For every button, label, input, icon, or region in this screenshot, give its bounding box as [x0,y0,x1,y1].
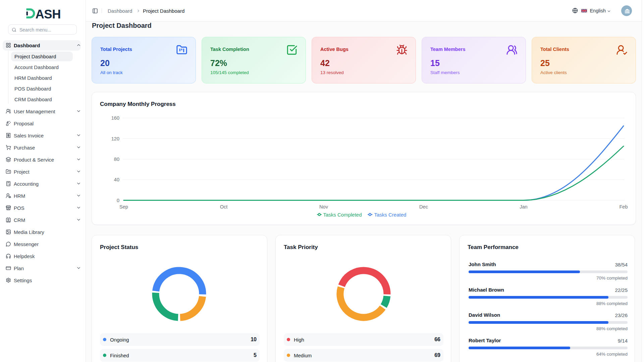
svg-text:Sep: Sep [119,204,128,209]
svg-text:Tasks Completed: Tasks Completed [323,212,362,218]
svg-text:Jan: Jan [520,204,527,209]
svg-text:Dec: Dec [419,204,428,209]
svg-text:Tasks Created: Tasks Created [374,212,407,218]
svg-text:Feb: Feb [620,204,628,209]
svg-text:80: 80 [114,157,119,162]
svg-text:Nov: Nov [319,204,328,209]
svg-text:40: 40 [114,177,119,182]
svg-text:0: 0 [117,198,119,203]
svg-text:160: 160 [111,115,119,121]
svg-text:Oct: Oct [220,204,228,209]
svg-text:ASH: ASH [36,7,61,21]
svg-text:120: 120 [111,136,119,141]
